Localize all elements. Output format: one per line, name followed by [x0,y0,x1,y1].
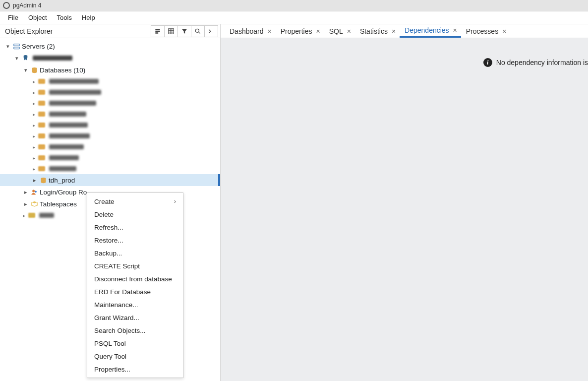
app-icon [3,2,10,9]
ctx-label: Maintenance... [94,301,138,309]
ctx-grant-wizard[interactable]: Grant Wizard... [87,311,183,324]
chevron-right-icon[interactable]: ▸ [22,201,30,207]
window-titlebar: pgAdmin 4 [0,0,588,11]
tree-node-databases[interactable]: ▾ Databases (10) [0,64,220,76]
tree-label: Databases (10) [40,66,85,74]
ctx-label: Refresh... [94,224,123,231]
ctx-refresh[interactable]: Refresh... [87,221,183,234]
window-title: pgAdmin 4 [13,2,41,9]
search-button[interactable] [191,25,205,37]
close-icon[interactable]: × [346,27,352,35]
object-explorer-title: Object Explorer [5,27,53,35]
ctx-query-tool[interactable]: Query Tool [87,350,183,363]
close-icon[interactable]: × [267,27,273,35]
database-icon [39,177,48,184]
ctx-label: Backup... [94,250,122,257]
object-explorer-header: Object Explorer [0,24,220,38]
dependency-message-text: No dependency information is [496,59,588,66]
ctx-search-objects[interactable]: Search Objects... [87,324,183,337]
ctx-label: Delete [94,211,114,218]
ctx-delete[interactable]: Delete [87,208,183,221]
postgres-icon [21,55,30,62]
roles-icon [30,189,39,196]
psql-button[interactable] [204,25,218,37]
dependency-message: i No dependency information is [483,58,588,67]
chevron-down-icon[interactable]: ▾ [22,67,30,73]
tree-node-database-redacted[interactable]: ▸ [0,141,220,152]
tree-node-database-redacted[interactable]: ▸ [0,98,220,109]
ctx-properties[interactable]: Properties... [87,363,183,376]
ctx-psql-tool[interactable]: PSQL Tool [87,337,183,350]
menu-file[interactable]: File [3,14,23,21]
tree-node-database-redacted[interactable]: ▸ [0,163,220,174]
ctx-restore[interactable]: Restore... [87,234,183,247]
tab-statistics[interactable]: Statistics× [355,24,400,38]
ctx-create-script[interactable]: CREATE Script [87,259,183,272]
tab-label: Processes [466,27,498,35]
tab-bar: Dashboard× Properties× SQL× Statistics× … [221,24,588,38]
menu-tools[interactable]: Tools [52,14,77,21]
server-name-redacted [33,56,72,61]
servers-icon [12,43,21,50]
tree-label: Servers (2) [22,43,55,50]
tree-node-database-redacted[interactable]: ▸ [0,76,220,87]
menu-help[interactable]: Help [77,14,100,21]
svg-point-0 [195,29,199,32]
chevron-right-icon[interactable]: ▸ [22,189,30,195]
tree-node-servers[interactable]: ▾ Servers (2) [0,40,220,52]
ctx-label: Query Tool [94,353,126,360]
view-data-button[interactable] [164,25,178,37]
tree-node-database-redacted[interactable]: ▸ [0,87,220,98]
close-icon[interactable]: × [501,27,507,35]
chevron-down-icon[interactable]: ▾ [13,55,21,62]
tab-processes[interactable]: Processes× [461,24,511,38]
query-tool-button[interactable] [151,25,165,37]
filter-button[interactable] [177,25,191,37]
ctx-label: Create [94,198,115,205]
tab-dashboard[interactable]: Dashboard× [225,24,276,38]
tab-label: Properties [281,27,312,35]
tab-properties[interactable]: Properties× [276,24,324,38]
menu-object[interactable]: Object [23,14,52,21]
ctx-label: Disconnect from database [94,275,172,283]
tablespaces-icon [30,200,39,208]
ctx-label: PSQL Tool [94,340,126,347]
object-explorer-toolbar [151,25,218,37]
ctx-erd[interactable]: ERD For Database [87,285,183,298]
close-icon[interactable]: × [315,27,321,35]
tree-node-database-redacted[interactable]: ▸ [0,109,220,120]
tree-node-database-redacted[interactable]: ▸ [0,130,220,141]
tree-label: Login/Group Ro [40,189,87,196]
tab-label: Statistics [360,27,388,35]
context-menu: Create› Delete Refresh... Restore... Bac… [87,192,183,378]
tree-node-server[interactable]: ▾ [0,52,220,64]
svg-rect-2 [13,47,19,49]
ctx-maintenance[interactable]: Maintenance... [87,298,183,311]
svg-point-5 [32,190,35,192]
ctx-create[interactable]: Create› [87,195,183,208]
tree-node-database-redacted[interactable]: ▸ [0,120,220,130]
ctx-label: CREATE Script [94,262,140,270]
chevron-down-icon[interactable]: ▾ [4,43,12,50]
ctx-backup[interactable]: Backup... [87,247,183,259]
tab-label: Dashboard [230,27,264,35]
menubar: File Object Tools Help [0,11,588,24]
ctx-label: Restore... [94,237,123,244]
tab-sql[interactable]: SQL× [324,24,355,38]
chevron-right-icon[interactable]: ▸ [31,177,39,184]
dependencies-pane: i No dependency information is [221,38,588,381]
ctx-disconnect[interactable]: Disconnect from database [87,272,183,285]
ctx-label: ERD For Database [94,288,151,296]
chevron-right-icon: › [174,198,176,205]
databases-icon [30,66,39,74]
tree-node-database-redacted[interactable]: ▸ [0,152,220,163]
tab-dependencies[interactable]: Dependencies× [400,24,461,38]
svg-rect-1 [13,44,19,46]
tree-label: Tablespaces [40,200,77,208]
close-icon[interactable]: × [391,27,397,35]
tree-node-database-tdh-prod[interactable]: ▸ tdh_prod [0,174,220,186]
tab-label: SQL [329,27,343,35]
main-panel: Dashboard× Properties× SQL× Statistics× … [221,24,588,381]
info-icon: i [483,58,492,67]
close-icon[interactable]: × [452,26,458,34]
